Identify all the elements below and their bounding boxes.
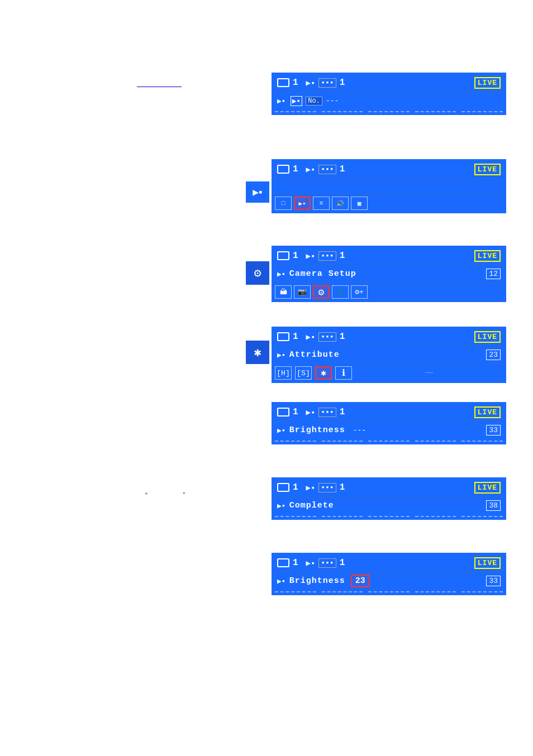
battery-icon: ▪▪▪ (318, 408, 336, 417)
brightness-dashes: --- (353, 426, 366, 434)
panel5-row3 (273, 439, 505, 443)
panel6-row2: ▶▪ Complete 38 (273, 496, 505, 514)
vid-icon-small: ▶▪ (277, 501, 286, 510)
cam-number-2: 1 (340, 332, 345, 342)
vcam-icon: ▶▪ (306, 483, 316, 492)
dot1 (275, 591, 316, 592)
page-container: ▶▪ ⚙ ✱ “ ” 1 ▶▪ ▪▪▪ 1 LIVE ▶▪ ▶▪ No. --- (0, 0, 533, 756)
dot5 (461, 591, 503, 592)
camera-panel-1: 1 ▶▪ ▪▪▪ 1 LIVE ▶▪ ▶▪ No. --- (272, 73, 506, 115)
quote-annotation: “ ” (145, 491, 185, 499)
cam-number-2: 1 (340, 407, 345, 417)
underline-annotation (137, 87, 182, 87)
dot1 (275, 516, 316, 517)
side-icon-gear: ⚙ (246, 261, 269, 285)
panel2-row3: □ ▶▪ ≡ 🔊 ▦ (273, 194, 505, 212)
lines-icon: ≡ (320, 200, 323, 207)
panel3-row2: ▶▪ Camera Setup 12 (273, 265, 505, 283)
dot3 (368, 591, 410, 592)
camera-panel-5: 1 ▶▪ ▪▪▪ 1 LIVE ▶▪ Brightness --- 33 (272, 402, 506, 444)
cam-number: 1 (293, 482, 298, 492)
panel5-row1: 1 ▶▪ ▪▪▪ 1 LIVE (273, 403, 505, 421)
icon-circle: ℹ (335, 366, 352, 380)
dot1 (275, 111, 316, 112)
icon-speaker: 🔊 (332, 197, 349, 210)
page-number: 33 (486, 425, 501, 436)
cam-rect-icon (277, 483, 289, 492)
panel4-row3: [H] [S] ✱ ℹ —— (273, 363, 505, 382)
complete-label: Complete (289, 501, 334, 510)
icon-cam: □ (275, 197, 292, 210)
live-badge: LIVE (474, 250, 501, 262)
dot3 (368, 111, 410, 112)
settings2-icon: ⚙+ (355, 288, 364, 296)
battery-icon: ▪▪▪ (318, 251, 336, 261)
dot2 (322, 591, 363, 592)
no-text: No. (306, 97, 322, 106)
cam-rect-icon (277, 332, 289, 341)
panel1-row3 (273, 109, 505, 114)
person-icon: 👤 (336, 288, 345, 296)
icon-landscape: 🏔 (275, 285, 292, 299)
dot5 (461, 441, 503, 442)
cam-number-2: 1 (340, 558, 345, 568)
battery-icon: ▪▪▪ (318, 332, 336, 342)
grid-icon: ▦ (358, 200, 361, 207)
dot3 (368, 516, 410, 517)
brightness-label: Brightness (289, 425, 345, 435)
cam-number: 1 (293, 332, 298, 342)
panel7-row1: 1 ▶▪ ▪▪▪ 1 LIVE (273, 554, 505, 572)
live-badge: LIVE (474, 482, 501, 494)
video-mini-icon: ▶▪ (298, 200, 306, 207)
icon-S: [S] (295, 366, 312, 380)
icon-grid: ▦ (351, 197, 368, 210)
cross-symbol: ✱ (254, 345, 261, 360)
battery-icon: ▪▪▪ (318, 558, 336, 568)
dot2 (322, 441, 363, 442)
cam-number-2: 1 (340, 164, 345, 174)
panel4-row2: ▶▪ Attribute 23 (273, 346, 505, 363)
icon-dash: —— (355, 366, 503, 380)
cam-number-2: 1 (340, 482, 345, 492)
icon-settings2: ⚙+ (351, 285, 368, 299)
dot3 (368, 441, 410, 442)
cam-rect-icon (277, 251, 289, 260)
panel7-row3 (273, 590, 505, 594)
battery-icon: ▪▪▪ (318, 165, 336, 174)
side-icon-cross: ✱ (246, 341, 269, 364)
vid-icon-small: ▶▪ (277, 97, 286, 106)
live-badge: LIVE (474, 77, 501, 89)
attribute-label: Attribute (289, 350, 340, 360)
battery-icon: ▪▪▪ (318, 483, 336, 492)
icon-cross-active: ✱ (315, 366, 332, 380)
panel2-row2 (273, 178, 505, 194)
live-badge: LIVE (474, 331, 501, 343)
camera-panel-4: 1 ▶▪ ▪▪▪ 1 LIVE ▶▪ Attribute 23 [H] [S] … (272, 327, 506, 383)
camera-panel-6: 1 ▶▪ ▪▪▪ 1 LIVE ▶▪ Complete 38 (272, 477, 506, 520)
panel5-row2: ▶▪ Brightness --- 33 (273, 421, 505, 439)
camera-panel-2: 1 ▶▪ ▪▪▪ 1 LIVE □ ▶▪ ≡ 🔊 ▦ (272, 159, 506, 213)
panel1-row1: 1 ▶▪ ▪▪▪ 1 LIVE (273, 74, 505, 92)
vcam-icon: ▶▪ (306, 408, 316, 417)
icon-video-active: ▶▪ (294, 197, 311, 210)
cross-active-icon: ✱ (321, 367, 326, 379)
dot4 (415, 111, 456, 112)
vid-icon-small: ▶▪ (277, 577, 286, 586)
panel2-row1: 1 ▶▪ ▪▪▪ 1 LIVE (273, 160, 505, 178)
icon-lines: ≡ (313, 197, 330, 210)
dot1 (275, 441, 316, 442)
cam-rect-icon (277, 558, 289, 567)
live-badge: LIVE (474, 406, 501, 418)
brightness-value: 23 (351, 575, 370, 587)
panel6-row1: 1 ▶▪ ▪▪▪ 1 LIVE (273, 479, 505, 496)
vcam-icon: ▶▪ (306, 558, 316, 568)
vid-icon-small: ▶▪ (277, 351, 286, 360)
camera-panel-3: 1 ▶▪ ▪▪▪ 1 LIVE ▶▪ Camera Setup 12 🏔 📷 ⚙… (272, 246, 506, 302)
cam-number: 1 (293, 251, 298, 261)
brightness-label2: Brightness (289, 576, 345, 586)
dot2 (322, 516, 363, 517)
camera-ev-icon: 📷 (298, 288, 307, 296)
video-icon-symbol: ▶▪ (253, 186, 263, 198)
page-number: 23 (486, 350, 501, 360)
panel7-row2: ▶▪ Brightness 23 33 (273, 572, 505, 590)
